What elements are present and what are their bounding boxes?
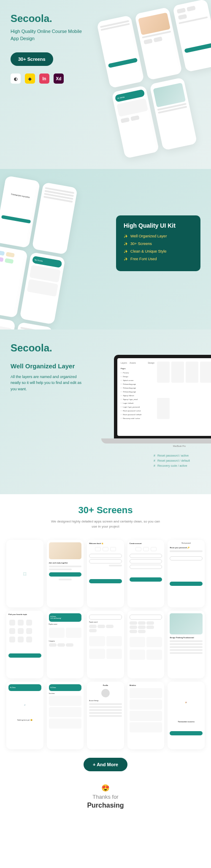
screen-login: Welcome back 👋 — [87, 540, 124, 607]
screen-reset: Reset password Reset your password 🔑 — [168, 540, 205, 607]
layer-item: Login / type_password — [121, 405, 154, 409]
invision-icon: In — [39, 73, 49, 84]
features-panel: High Quality UI Kit Well Organized Layer… — [116, 215, 200, 271]
organized-heading: Well Organized Layer — [11, 362, 87, 370]
layer-item: Onboarding page — [121, 386, 154, 390]
layer-item: Reset password / active — [121, 409, 154, 413]
layer-item: Design — [121, 375, 154, 378]
screen-search: Popular search — [87, 611, 124, 678]
screens-grid: ⬚ Join and study together Welcome back 👋… — [6, 540, 205, 749]
layers-tab: Layers — [121, 362, 127, 364]
screen-home: Hi, DimasLet's start learning! Popular c… — [47, 611, 84, 678]
layer-item: Splash screen — [121, 378, 154, 382]
screen-signup: Create account — [127, 540, 165, 607]
screen-results — [127, 611, 165, 678]
figma-icon: ◐ — [11, 73, 21, 84]
layer-item: Login / default — [121, 401, 154, 405]
feature-item: Free Font Used — [124, 257, 193, 261]
features-phone-mockups: Transaction success My Course Wishlist R… — [0, 176, 93, 329]
organized-section: Secoola. Well Organized Layer All the la… — [0, 329, 211, 494]
feature-item: Well Organized Layer — [124, 234, 193, 238]
layer-item: Recovery code / active — [121, 416, 154, 420]
layer-item: Signup / Active — [121, 394, 154, 397]
laptop-mockup: Layers Assets Design Pages Preview Desig… — [114, 355, 211, 439]
screens-title: 30+ Screens — [6, 505, 205, 516]
brand-logo: Secoola. — [11, 342, 200, 354]
overflow-layers: #Reset password / active #Reset password… — [154, 452, 190, 469]
screen-wishlist: Wishlist — [127, 682, 165, 749]
layer-item: Signup / type_email — [121, 397, 154, 401]
pages-label: Pages — [121, 367, 154, 370]
screen-onboarding: Join and study together — [47, 540, 84, 607]
assets-tab: Assets — [130, 362, 136, 364]
screen-empty-cart: Hi, Dimas 🛒 Nothing here yet 😊 — [6, 682, 43, 749]
screen-profile: Profile Account Settings — [87, 682, 124, 749]
layer-item: Reset password / default — [121, 413, 154, 416]
xd-icon: Xd — [54, 73, 64, 84]
hero-section: Secoola. High Quality Online Course Mobi… — [0, 0, 211, 169]
screens-badge: 30+ Screens — [11, 52, 53, 66]
heart-eyes-emoji: 😍 — [6, 784, 205, 792]
layer-item: Onboarding page — [121, 390, 154, 394]
and-more-button: + And More — [84, 758, 127, 771]
screen-success: 🎉 Transaction success — [168, 682, 205, 749]
layer-item: Onboarding page — [121, 382, 154, 386]
screen-splash: ⬚ — [6, 540, 43, 607]
layer-item: Preview — [121, 371, 154, 375]
hero-phone-mockups: Hi, Dimas — [97, 0, 211, 159]
screen-cart: Hi, Dimas Your items — [47, 682, 84, 749]
features-title: High Quality UI Kit — [124, 222, 193, 229]
features-section: Transaction success My Course Wishlist R… — [0, 169, 211, 329]
feature-item: 30+ Screens — [124, 242, 193, 246]
sketch-icon: ◆ — [25, 73, 35, 84]
organized-body: All the layers are named and organized n… — [11, 374, 87, 392]
laptop-base — [101, 438, 211, 444]
design-tab: Design — [148, 362, 154, 364]
screens-section: 30+ Screens We designed highly detailed … — [0, 494, 211, 826]
laptop-label: MacBook Pro — [173, 445, 186, 447]
screen-course-detail: Design Thinking Fundamental — [168, 611, 205, 678]
screens-subtitle: We designed highly detailed apps screen … — [51, 519, 160, 529]
purchasing-text: Purchasing — [6, 802, 205, 809]
thanks-text: 😍 Thanks for — [6, 784, 205, 800]
hero-subtitle: High Quality Online Course Mobile App De… — [11, 28, 87, 42]
screen-topics: Pick your favorite topic — [6, 611, 43, 678]
feature-item: Clean & Unique Style — [124, 249, 193, 253]
